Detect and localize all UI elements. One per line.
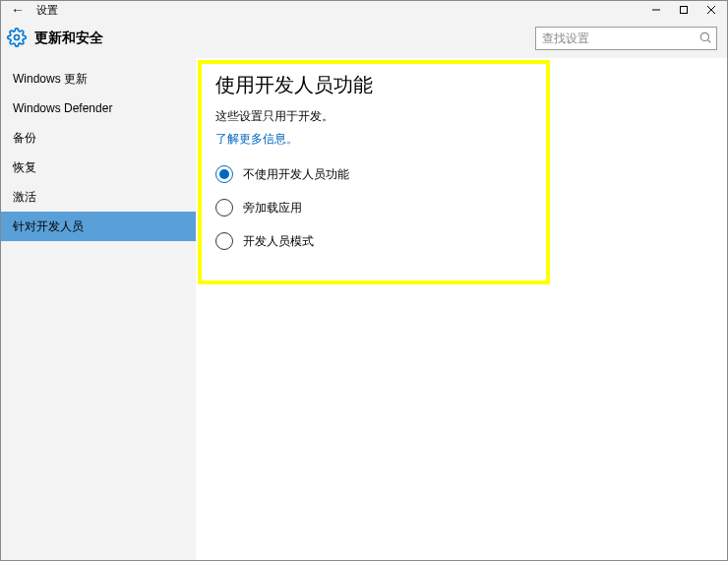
radio-label: 不使用开发人员功能: [243, 166, 349, 183]
sidebar-item-recovery[interactable]: 恢复: [1, 153, 196, 182]
gear-icon: [7, 28, 27, 50]
svg-rect-1: [681, 7, 688, 14]
back-button[interactable]: ←: [7, 2, 29, 18]
sidebar-item-activation[interactable]: 激活: [1, 182, 196, 212]
sidebar-item-windows-defender[interactable]: Windows Defender: [1, 94, 196, 123]
sidebar-item-label: 针对开发人员: [13, 218, 84, 235]
search-box[interactable]: [535, 27, 717, 50]
sidebar-item-windows-update[interactable]: Windows 更新: [1, 64, 196, 94]
search-input[interactable]: [542, 31, 698, 45]
radio-label: 开发人员模式: [243, 233, 314, 250]
radio-option-sideload[interactable]: 旁加载应用: [215, 199, 719, 217]
sidebar-item-label: 备份: [13, 130, 36, 147]
radio-icon: [215, 232, 233, 250]
page-title: 更新和安全: [34, 30, 103, 47]
title-bar: ← 设置: [1, 1, 727, 19]
radio-option-dont-use[interactable]: 不使用开发人员功能: [215, 165, 719, 183]
radio-icon: [215, 199, 233, 217]
svg-point-5: [700, 32, 708, 40]
page-header: 更新和安全: [1, 19, 727, 58]
maximize-button[interactable]: [670, 1, 698, 19]
close-button[interactable]: [698, 1, 725, 19]
svg-line-6: [707, 39, 710, 42]
sidebar-item-label: Windows Defender: [13, 101, 112, 115]
radio-label: 旁加载应用: [243, 200, 302, 217]
minimize-button[interactable]: [642, 1, 670, 19]
sidebar-item-for-developers[interactable]: 针对开发人员: [1, 212, 196, 241]
content-description: 这些设置只用于开发。: [215, 108, 719, 125]
window-controls: [642, 1, 725, 19]
sidebar-item-label: 恢复: [13, 159, 36, 176]
learn-more-link[interactable]: 了解更多信息。: [215, 131, 298, 148]
sidebar-item-label: 激活: [13, 189, 36, 206]
svg-point-4: [15, 34, 20, 39]
radio-option-developer-mode[interactable]: 开发人员模式: [215, 232, 719, 250]
sidebar-item-label: Windows 更新: [13, 71, 88, 88]
content-pane: 使用开发人员功能 这些设置只用于开发。 了解更多信息。 不使用开发人员功能 旁加…: [196, 58, 727, 560]
sidebar: Windows 更新 Windows Defender 备份 恢复 激活 针对开…: [1, 58, 196, 560]
content-heading: 使用开发人员功能: [215, 72, 719, 98]
radio-icon: [215, 165, 233, 183]
app-title: 设置: [36, 3, 58, 18]
sidebar-item-backup[interactable]: 备份: [1, 123, 196, 153]
search-icon: [698, 31, 712, 47]
